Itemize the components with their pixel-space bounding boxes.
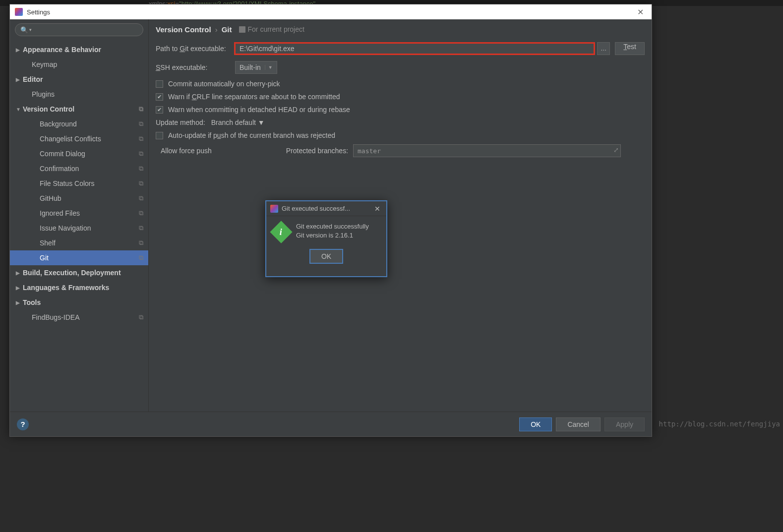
titlebar[interactable]: Settings ✕ [10,4,652,19]
copy-icon: ⧉ [139,165,143,173]
sidebar-item-label: Git [40,254,49,262]
sidebar-item-label: Appearance & Behavior [23,46,101,54]
ssh-executable-select[interactable]: Built-in ▼ [235,61,277,74]
popup-ok-button[interactable]: OK [309,249,343,264]
sidebar-item-github[interactable]: GitHub⧉ [10,191,148,206]
sidebar: 🔍 ▾ ▶Appearance & BehaviorKeymap▶EditorP… [10,19,149,412]
sidebar-item-commit-dialog[interactable]: Commit Dialog⧉ [10,146,148,161]
git-executable-input[interactable] [234,42,595,55]
chevron-right-icon[interactable]: ▶ [16,77,23,82]
label-ssh: SSH executable: [156,63,235,71]
checkbox-cherry-pick[interactable]: Commit automatically on cherry-pick [156,80,645,88]
sidebar-item-languages-frameworks[interactable]: ▶Languages & Frameworks [10,280,148,295]
label-git-path: Path to Git executable: [156,45,235,53]
chevron-down-icon: ▼ [265,65,273,70]
info-icon: i [270,221,292,243]
checkbox-icon[interactable] [156,93,163,101]
expand-icon[interactable]: ⤢ [613,146,619,154]
row-git-path: Path to Git executable: … Test [156,42,645,55]
copy-icon [239,26,245,33]
breadcrumb-sep: › [215,25,218,34]
breadcrumb-current: Git [222,25,232,34]
popup-body: i Git executed successfully Git version … [266,216,386,246]
sidebar-item-tools[interactable]: ▶Tools [10,295,148,310]
checkbox-crlf-warn[interactable]: Warn if CRLF line separators are about t… [156,93,645,101]
sidebar-item-shelf[interactable]: Shelf⧉ [10,236,148,250]
test-button[interactable]: Test [615,42,645,55]
sidebar-item-issue-navigation[interactable]: Issue Navigation⧉ [10,221,148,236]
sidebar-item-build-execution-deployment[interactable]: ▶Build, Execution, Deployment [10,265,148,280]
chevron-right-icon[interactable]: ▶ [16,285,23,291]
checkbox-icon[interactable] [156,106,163,114]
close-icon[interactable]: ✕ [634,7,647,17]
sidebar-item-ignored-files[interactable]: Ignored Files⧉ [10,206,148,221]
sidebar-item-version-control[interactable]: ▼Version Control⧉ [10,102,148,117]
help-button[interactable]: ? [17,418,29,430]
search-icon: 🔍 [20,26,28,34]
breadcrumb: Version Control › Git For current projec… [149,19,652,39]
sidebar-item-plugins[interactable]: Plugins [10,87,148,102]
protected-branches-input[interactable] [353,144,621,157]
chevron-right-icon[interactable]: ▶ [16,47,23,53]
sidebar-item-changelist-conflicts[interactable]: Changelist Conflicts⧉ [10,131,148,146]
checkbox-icon[interactable] [156,80,163,88]
copy-icon: ⧉ [139,179,143,187]
copy-icon: ⧉ [139,105,143,113]
browse-button[interactable]: … [597,42,610,55]
checkbox-auto-update[interactable]: Auto-update if push of the current branc… [156,131,645,139]
update-method-select[interactable]: Branch default ▼ [211,118,265,126]
git-settings-form: Path to Git executable: … Test SSH execu… [149,39,652,165]
apply-button[interactable]: Apply [604,417,645,431]
sidebar-item-file-status-colors[interactable]: File Status Colors⧉ [10,176,148,191]
sidebar-item-label: Build, Execution, Deployment [23,269,121,277]
label-force-push[interactable]: Allow force push [161,147,212,155]
checkbox-detached-warn[interactable]: Warn when committing in detached HEAD or… [156,106,645,114]
chevron-right-icon[interactable]: ▶ [16,300,23,305]
sidebar-item-label: Background [40,120,77,128]
sidebar-item-label: FindBugs-IDEA [32,313,79,321]
search-input[interactable]: 🔍 ▾ [15,23,143,36]
ok-button[interactable]: OK [519,417,552,431]
sidebar-item-label: Shelf [40,239,56,247]
sidebar-item-label: File Status Colors [40,179,94,187]
popup-buttons: OK [266,246,386,270]
window-title: Settings [27,8,634,16]
sidebar-item-label: GitHub [40,194,61,202]
copy-icon: ⧉ [139,239,143,247]
label-protected: Protected branches: [286,147,348,155]
sidebar-item-editor[interactable]: ▶Editor [10,72,148,87]
checkbox-icon[interactable] [156,132,163,139]
copy-icon: ⧉ [139,209,143,217]
sidebar-item-appearance-behavior[interactable]: ▶Appearance & Behavior [10,42,148,57]
close-icon[interactable]: ✕ [372,205,382,213]
copy-icon: ⧉ [139,224,143,232]
dialog-footer: ? OK Cancel Apply [10,412,652,436]
sidebar-item-label: Tools [23,298,41,306]
sidebar-item-label: Editor [23,75,43,83]
chevron-down-icon[interactable]: ▼ [16,107,23,112]
sidebar-item-label: Ignored Files [40,209,80,217]
sidebar-item-confirmation[interactable]: Confirmation⧉ [10,161,148,176]
sidebar-item-findbugs-idea[interactable]: FindBugs-IDEA⧉ [10,310,148,325]
popup-titlebar[interactable]: Git executed successf... ✕ [266,201,386,216]
project-scope-badge: For current project [239,25,304,33]
app-icon [270,205,278,213]
sidebar-item-git[interactable]: Git⧉ [10,250,148,265]
copy-icon: ⧉ [139,313,143,321]
sidebar-item-label: Version Control [23,105,74,113]
breadcrumb-parent[interactable]: Version Control [156,25,211,34]
row-force-push: Allow force push Protected branches: ⤢ [156,144,645,157]
copy-icon: ⧉ [139,194,143,202]
sidebar-item-label: Changelist Conflicts [40,135,101,143]
popup-message: Git executed successfully Git version is… [296,222,369,240]
chevron-right-icon[interactable]: ▶ [16,270,23,276]
app-icon [15,8,23,16]
watermark: http://blog.csdn.net/fengjiya [659,420,780,428]
sidebar-item-keymap[interactable]: Keymap [10,57,148,72]
chevron-down-icon[interactable]: ▾ [29,27,32,32]
copy-icon: ⧉ [139,120,143,128]
copy-icon: ⧉ [139,135,143,143]
sidebar-item-background[interactable]: Background⧉ [10,117,148,131]
label-update-method: Update method: [156,118,205,126]
cancel-button[interactable]: Cancel [556,417,601,431]
